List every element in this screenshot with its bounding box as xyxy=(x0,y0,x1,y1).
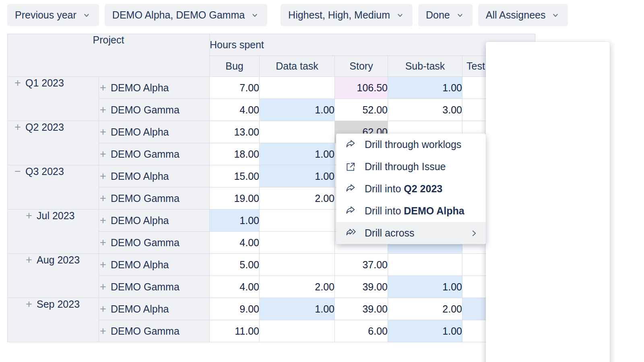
expand-icon[interactable]: + xyxy=(99,126,107,138)
filter-project-label: DEMO Alpha, DEMO Gamma xyxy=(112,9,245,21)
value-cell[interactable]: 7.00 xyxy=(210,77,260,99)
project-label: DEMO Alpha xyxy=(111,171,169,182)
value-cell[interactable]: 15.00 xyxy=(210,165,260,187)
expand-icon[interactable]: + xyxy=(99,237,107,249)
expand-icon[interactable]: + xyxy=(14,77,22,89)
drill-into-icon xyxy=(345,206,359,216)
project-cell-demo-alpha[interactable]: +DEMO Alpha xyxy=(99,165,210,187)
value-cell[interactable]: 39.00 xyxy=(335,276,388,298)
cell-context-menu: Drill through worklogsDrill through Issu… xyxy=(336,134,486,244)
filter-project-button[interactable]: DEMO Alpha, DEMO Gamma xyxy=(105,4,267,26)
expand-icon[interactable]: + xyxy=(99,259,107,271)
column-header-data-task[interactable]: Data task xyxy=(260,56,335,77)
value-cell[interactable]: 37.00 xyxy=(335,254,388,276)
column-header-sub-task[interactable]: Sub-task xyxy=(388,56,462,77)
menu-item-label-bold: DEMO Alpha xyxy=(404,205,464,217)
value-cell[interactable]: 1.00 xyxy=(388,320,462,342)
menu-item-drill-intodemo-alpha[interactable]: Drill intoDEMO Alpha xyxy=(336,200,486,222)
value-cell[interactable]: 3.00 xyxy=(388,99,462,121)
period-cell-q3-2023[interactable]: −Q3 2023 xyxy=(8,165,99,210)
expand-icon[interactable]: + xyxy=(25,210,33,222)
period-cell-q1-2023[interactable]: +Q1 2023 xyxy=(8,77,99,121)
menu-item-drill-intoq2-2023[interactable]: Drill intoQ2 2023 xyxy=(336,178,486,200)
value-cell[interactable]: 19.00 xyxy=(210,187,260,210)
menu-item-drill-across[interactable]: Drill across xyxy=(336,222,486,244)
value-cell[interactable] xyxy=(260,320,335,342)
project-cell-demo-gamma[interactable]: +DEMO Gamma xyxy=(99,99,210,121)
value-cell[interactable]: 1.00 xyxy=(260,99,335,121)
value-cell[interactable] xyxy=(260,121,335,143)
value-cell[interactable]: 39.00 xyxy=(335,298,388,320)
menu-item-label: Drill through Issue xyxy=(365,161,446,173)
project-cell-demo-gamma[interactable]: +DEMO Gamma xyxy=(99,276,210,298)
value-cell[interactable]: 4.00 xyxy=(210,232,260,254)
project-cell-demo-gamma[interactable]: +DEMO Gamma xyxy=(99,143,210,165)
value-cell[interactable]: 6.00 xyxy=(335,320,388,342)
project-cell-demo-gamma[interactable]: +DEMO Gamma xyxy=(99,187,210,210)
value-cell[interactable]: 9.00 xyxy=(210,298,260,320)
table-row: +Aug 2023+DEMO Alpha5.0037.00 xyxy=(8,254,535,276)
value-cell[interactable]: 2.00 xyxy=(388,298,462,320)
menu-item-drill-through-worklogs[interactable]: Drill through worklogs xyxy=(336,134,486,156)
filter-status-button[interactable]: Done xyxy=(418,4,473,26)
expand-icon[interactable]: + xyxy=(99,82,107,94)
period-cell-jul-2023[interactable]: +Jul 2023 xyxy=(8,210,99,254)
value-cell[interactable] xyxy=(260,254,335,276)
column-header-bug[interactable]: Bug xyxy=(210,56,260,77)
value-cell[interactable] xyxy=(260,77,335,99)
expand-icon[interactable]: + xyxy=(99,303,107,315)
value-cell[interactable]: 1.00 xyxy=(210,210,260,232)
value-cell[interactable]: 52.00 xyxy=(335,99,388,121)
expand-icon[interactable]: + xyxy=(99,170,107,183)
chevron-down-icon xyxy=(455,10,465,20)
value-cell[interactable]: 2.00 xyxy=(260,276,335,298)
filter-toolbar: Previous year DEMO Alpha, DEMO Gamma Hig… xyxy=(7,4,574,26)
project-cell-demo-gamma[interactable]: +DEMO Gamma xyxy=(99,232,210,254)
value-cell[interactable]: 2.00 xyxy=(260,187,335,210)
column-header-story[interactable]: Story xyxy=(335,56,388,77)
filter-priority-button[interactable]: Highest, High, Medium xyxy=(281,4,413,26)
expand-icon[interactable]: + xyxy=(99,192,107,205)
collapse-icon[interactable]: − xyxy=(14,165,22,178)
expand-icon[interactable]: + xyxy=(99,325,107,337)
value-cell[interactable]: 106.50 xyxy=(335,77,388,99)
expand-icon[interactable]: + xyxy=(99,281,107,293)
value-cell[interactable]: 18.00 xyxy=(210,143,260,165)
drill-into-icon xyxy=(345,184,359,194)
value-cell[interactable]: 1.00 xyxy=(260,165,335,187)
value-cell[interactable]: 1.00 xyxy=(260,143,335,165)
filter-time-button[interactable]: Previous year xyxy=(7,4,99,26)
period-cell-aug-2023[interactable]: +Aug 2023 xyxy=(8,254,99,298)
expand-icon[interactable]: + xyxy=(99,214,107,227)
chevron-down-icon xyxy=(551,10,560,20)
value-cell[interactable] xyxy=(260,210,335,232)
value-cell[interactable] xyxy=(388,254,462,276)
filter-assignee-button[interactable]: All Assignees xyxy=(478,4,568,26)
expand-icon[interactable]: + xyxy=(99,148,107,160)
menu-item-drill-through-issue[interactable]: Drill through Issue xyxy=(336,156,486,178)
expand-icon[interactable]: + xyxy=(14,121,22,134)
project-cell-demo-alpha[interactable]: +DEMO Alpha xyxy=(99,210,210,232)
expand-icon[interactable]: + xyxy=(25,254,33,266)
period-cell-q2-2023[interactable]: +Q2 2023 xyxy=(8,121,99,165)
expand-icon[interactable]: + xyxy=(25,298,33,311)
value-cell[interactable]: 11.00 xyxy=(210,320,260,342)
value-cell[interactable]: 5.00 xyxy=(210,254,260,276)
period-cell-sep-2023[interactable]: +Sep 2023 xyxy=(8,298,99,342)
project-cell-demo-alpha[interactable]: +DEMO Alpha xyxy=(99,121,210,143)
project-header-cell[interactable]: Project xyxy=(8,34,210,77)
project-cell-demo-alpha[interactable]: +DEMO Alpha xyxy=(99,77,210,99)
filter-status-label: Done xyxy=(426,9,450,21)
value-cell[interactable] xyxy=(260,232,335,254)
value-cell[interactable]: 13.00 xyxy=(210,121,260,143)
project-label: DEMO Gamma xyxy=(111,237,180,248)
value-cell[interactable]: 4.00 xyxy=(210,99,260,121)
value-cell[interactable]: 1.00 xyxy=(388,276,462,298)
value-cell[interactable]: 1.00 xyxy=(260,298,335,320)
expand-icon[interactable]: + xyxy=(99,104,107,116)
project-cell-demo-gamma[interactable]: +DEMO Gamma xyxy=(99,320,210,342)
value-cell[interactable]: 1.00 xyxy=(388,77,462,99)
value-cell[interactable]: 4.00 xyxy=(210,276,260,298)
project-cell-demo-alpha[interactable]: +DEMO Alpha xyxy=(99,254,210,276)
project-cell-demo-alpha[interactable]: +DEMO Alpha xyxy=(99,298,210,320)
